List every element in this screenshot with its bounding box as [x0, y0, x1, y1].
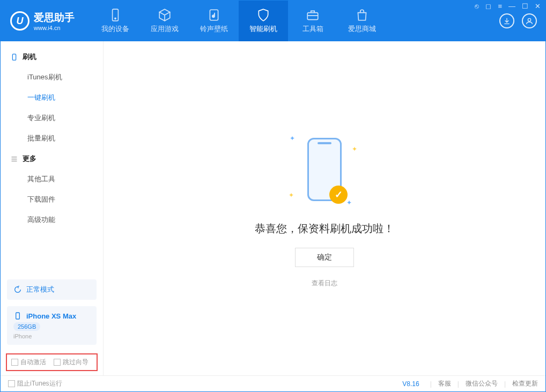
statusbar: 阻止iTunes运行 V8.16 | 客服 | 微信公众号 | 检查更新	[1, 375, 545, 391]
success-message: 恭喜您，保资料刷机成功啦！	[255, 221, 394, 236]
svg-point-1	[115, 18, 116, 19]
menu-icon[interactable]: ≡	[498, 2, 502, 10]
checkbox-label: 跳过向导	[63, 358, 88, 366]
tab-smart-flash[interactable]: 智能刷机	[239, 1, 288, 41]
check-update-link[interactable]: 检查更新	[512, 379, 538, 388]
account-button[interactable]	[522, 13, 537, 28]
check-badge-icon: ✓	[329, 186, 348, 204]
titlebar-right-icons	[499, 13, 537, 28]
tab-label: 我的设备	[101, 24, 129, 34]
flash-options-row: 自动激活 跳过向导	[6, 353, 98, 371]
toolbox-icon	[306, 8, 320, 22]
tab-label: 应用游戏	[151, 24, 179, 34]
sidebar-item-pro-flash[interactable]: 专业刷机	[1, 108, 103, 128]
user-icon	[525, 17, 534, 25]
phone-icon	[13, 312, 22, 320]
device-name: iPhone XS Max	[26, 312, 76, 320]
svg-point-4	[528, 18, 530, 21]
tab-label: 工具箱	[302, 24, 323, 34]
phone-small-icon	[10, 53, 18, 61]
checkbox-label: 阻止iTunes运行	[17, 380, 62, 387]
tab-my-device[interactable]: 我的设备	[91, 1, 140, 41]
app-site: www.i4.cn	[34, 25, 75, 31]
sidebar-item-other-tools[interactable]: 其他工具	[1, 169, 103, 189]
cube-icon	[158, 8, 172, 22]
success-illustration: ✦ ✦ ✦ ✦ ✓	[284, 129, 365, 210]
list-icon	[10, 155, 18, 163]
bag-icon	[355, 8, 369, 22]
close-icon[interactable]: ✕	[535, 2, 541, 10]
device-info-card[interactable]: iPhone XS Max 256GB iPhone	[7, 306, 97, 345]
device-icon	[108, 8, 122, 22]
version-label: V8.16	[402, 380, 419, 388]
app-logo: U 爱思助手 www.i4.cn	[10, 11, 75, 31]
logo-icon: U	[10, 11, 29, 31]
tab-label: 爱思商城	[348, 24, 376, 34]
tab-label: 智能刷机	[249, 24, 277, 34]
sidebar-group-flash: 刷机	[1, 47, 103, 67]
device-type: iPhone	[13, 333, 90, 339]
sidebar-item-download-firmware[interactable]: 下载固件	[1, 189, 103, 210]
window-controls: ⎋ ◻ ≡ — ☐ ✕	[475, 2, 541, 10]
tab-ringtones-wallpapers[interactable]: 铃声壁纸	[189, 1, 239, 41]
ok-button[interactable]: 确定	[295, 248, 354, 267]
sidebar-group-more: 更多	[1, 149, 103, 169]
titlebar: U 爱思助手 www.i4.cn 我的设备 应用游戏 铃声壁纸 智能刷机 工具箱	[1, 1, 545, 41]
sidebar-item-advanced[interactable]: 高级功能	[1, 210, 103, 230]
sync-icon	[13, 285, 22, 294]
tab-label: 铃声壁纸	[200, 24, 228, 34]
maximize-icon[interactable]: ☐	[522, 2, 528, 10]
wechat-link[interactable]: 微信公众号	[466, 379, 498, 388]
main-content: ✦ ✦ ✦ ✦ ✓ 恭喜您，保资料刷机成功啦！ 确定 查看日志	[104, 41, 545, 375]
device-mode-label: 正常模式	[26, 285, 54, 294]
tab-toolbox[interactable]: 工具箱	[288, 1, 337, 41]
sidebar-item-itunes-flash[interactable]: iTunes刷机	[1, 67, 103, 87]
svg-rect-6	[16, 313, 20, 319]
device-mode-card[interactable]: 正常模式	[7, 279, 97, 300]
group-label: 刷机	[23, 52, 36, 62]
skip-guide-checkbox[interactable]: 跳过向导	[54, 358, 88, 367]
block-itunes-checkbox[interactable]: 阻止iTunes运行	[8, 379, 62, 388]
svg-rect-3	[307, 13, 318, 20]
tshirt-icon[interactable]: ⎋	[475, 2, 479, 10]
feedback-icon[interactable]: ◻	[485, 2, 491, 10]
device-capacity-badge: 256GB	[13, 322, 40, 331]
download-icon	[503, 17, 511, 25]
music-file-icon	[207, 8, 221, 22]
minimize-icon[interactable]: —	[508, 2, 515, 10]
shield-icon	[256, 8, 270, 22]
view-log-link[interactable]: 查看日志	[312, 279, 337, 288]
sidebar: 刷机 iTunes刷机 一键刷机 专业刷机 批量刷机 更多 其他工具 下载固件 …	[1, 41, 104, 375]
phone-icon: ✓	[307, 138, 342, 201]
app-name: 爱思助手	[34, 11, 75, 25]
customer-service-link[interactable]: 客服	[438, 379, 451, 388]
nav-tabs: 我的设备 应用游戏 铃声壁纸 智能刷机 工具箱 爱思商城	[91, 1, 387, 41]
svg-rect-5	[12, 54, 16, 60]
tab-apps-games[interactable]: 应用游戏	[140, 1, 189, 41]
auto-activate-checkbox[interactable]: 自动激活	[11, 358, 46, 367]
sidebar-item-batch-flash[interactable]: 批量刷机	[1, 128, 103, 149]
tab-store[interactable]: 爱思商城	[337, 1, 387, 41]
sidebar-item-oneclick-flash[interactable]: 一键刷机	[1, 87, 103, 108]
group-label: 更多	[23, 154, 36, 164]
checkbox-label: 自动激活	[20, 358, 46, 366]
download-button[interactable]	[499, 13, 514, 28]
